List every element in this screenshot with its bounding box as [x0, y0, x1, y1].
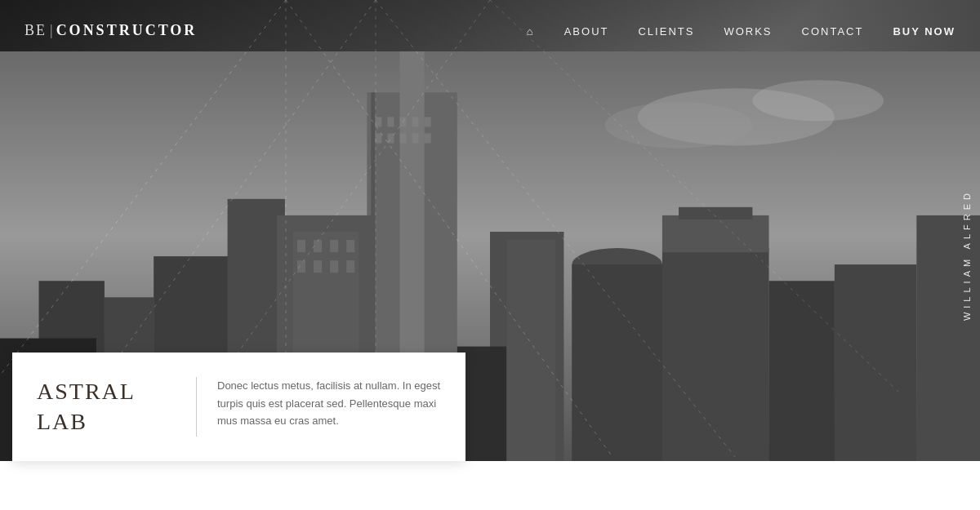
svg-rect-28 [314, 260, 322, 273]
svg-point-2 [752, 80, 884, 121]
bottom-bar [0, 461, 980, 510]
nav-contact[interactable]: CONTACT [802, 24, 864, 38]
svg-rect-27 [297, 260, 305, 273]
svg-rect-11 [375, 117, 381, 126]
nav-home[interactable]: ⌂ [527, 24, 535, 38]
page-wrapper: BE | CONSTRUCTOR ⌂ ABOUT CLIENTS WORKS C… [0, 0, 980, 510]
svg-rect-12 [387, 117, 394, 126]
card-title-line1: ASTRAL [37, 379, 136, 404]
svg-rect-16 [375, 133, 381, 143]
svg-rect-23 [297, 240, 305, 252]
works-link[interactable]: WORKS [724, 25, 772, 38]
about-link[interactable]: ABOUT [564, 25, 609, 38]
svg-rect-25 [330, 240, 338, 252]
svg-rect-19 [412, 133, 419, 143]
vertical-text-container: WILLIAM ALFRED [962, 98, 972, 412]
svg-rect-38 [679, 206, 752, 219]
logo-pipe: | [50, 22, 55, 39]
svg-rect-20 [425, 133, 431, 143]
nav-buy-now[interactable]: BUY NOW [893, 24, 956, 38]
nav-clients[interactable]: CLIENTS [638, 24, 694, 38]
svg-rect-29 [330, 260, 338, 273]
svg-rect-18 [400, 133, 407, 143]
buy-now-link[interactable]: BUY NOW [893, 25, 956, 38]
svg-rect-26 [346, 240, 354, 252]
svg-rect-13 [400, 117, 407, 126]
navbar: BE | CONSTRUCTOR ⌂ ABOUT CLIENTS WORKS C… [0, 0, 980, 61]
svg-rect-24 [314, 240, 322, 252]
svg-rect-17 [387, 133, 394, 143]
nav-links: ⌂ ABOUT CLIENTS WORKS CONTACT BUY NOW [527, 24, 956, 38]
svg-rect-37 [662, 215, 769, 251]
logo-constructor: CONSTRUCTOR [56, 22, 198, 39]
clients-link[interactable]: CLIENTS [638, 25, 694, 38]
info-card: ASTRAL LAB Donec lectus metus, facilisis… [12, 353, 466, 461]
svg-rect-15 [425, 117, 431, 126]
svg-rect-14 [412, 117, 419, 126]
logo-be: BE [24, 22, 47, 39]
svg-rect-30 [346, 260, 354, 273]
nav-about[interactable]: ABOUT [564, 24, 609, 38]
nav-works[interactable]: WORKS [724, 24, 772, 38]
card-title-line2: LAB [37, 409, 87, 434]
contact-link[interactable]: CONTACT [802, 25, 864, 38]
home-icon: ⌂ [527, 25, 535, 38]
home-link[interactable]: ⌂ [527, 25, 535, 38]
logo[interactable]: BE | CONSTRUCTOR [24, 22, 197, 39]
vertical-text: WILLIAM ALFRED [962, 189, 972, 321]
card-description: Donec lectus metus, facilisis at nullam.… [217, 377, 441, 437]
card-title: ASTRAL LAB [37, 377, 167, 437]
card-divider [196, 377, 197, 437]
svg-point-3 [605, 102, 753, 148]
